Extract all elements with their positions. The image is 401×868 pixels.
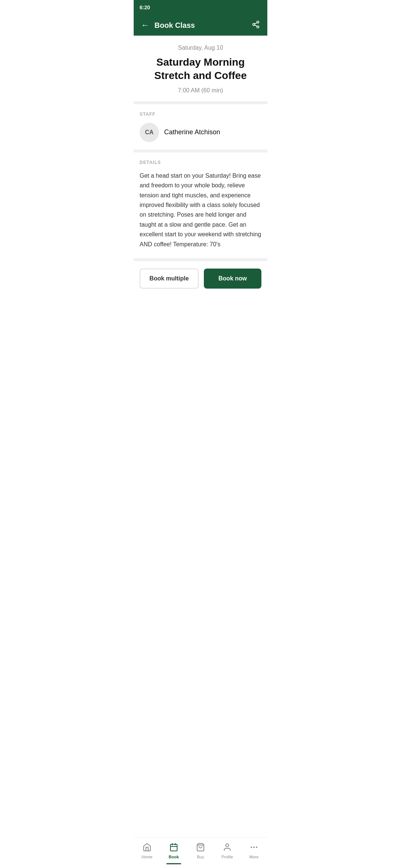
nav-label-buy: Buy <box>197 855 204 859</box>
header-left: ← Book Class <box>140 20 195 31</box>
class-title: Saturday Morning Stretch and Coffee <box>140 56 261 83</box>
staff-section: STAFF CA Catherine Atchison <box>134 104 267 152</box>
svg-point-12 <box>254 847 254 848</box>
nav-item-buy[interactable]: Buy <box>189 841 212 861</box>
svg-line-3 <box>255 25 257 26</box>
header: ← Book Class <box>134 15 267 36</box>
details-section-label: DETAILS <box>140 160 261 165</box>
details-section: DETAILS Get a head start on your Saturda… <box>134 152 267 261</box>
nav-active-indicator <box>166 863 181 864</box>
status-time: 6:20 <box>140 4 150 10</box>
book-now-button[interactable]: Book now <box>204 269 261 289</box>
buy-icon <box>196 843 205 853</box>
class-time: 7:00 AM (60 min) <box>140 87 261 94</box>
svg-point-10 <box>226 844 229 847</box>
status-bar: 6:20 <box>134 0 267 15</box>
svg-line-4 <box>255 22 257 24</box>
nav-label-profile: Profile <box>221 855 233 859</box>
nav-label-book: Book <box>169 855 179 859</box>
header-title: Book Class <box>154 21 195 30</box>
page-content: Saturday, Aug 10 Saturday Morning Stretc… <box>134 36 267 326</box>
nav-item-book[interactable]: Book <box>163 841 185 861</box>
class-info-section: Saturday, Aug 10 Saturday Morning Stretc… <box>134 36 267 104</box>
staff-avatar-initials: CA <box>145 129 153 136</box>
details-text: Get a head start on your Saturday! Bring… <box>140 171 261 249</box>
svg-point-11 <box>251 847 252 848</box>
staff-section-label: STAFF <box>140 112 261 117</box>
book-multiple-button[interactable]: Book multiple <box>140 269 199 289</box>
share-button[interactable] <box>250 19 261 32</box>
nav-item-home[interactable]: Home <box>136 841 158 861</box>
class-date: Saturday, Aug 10 <box>140 45 261 51</box>
book-icon <box>169 843 178 853</box>
more-icon <box>250 843 258 853</box>
nav-item-profile[interactable]: Profile <box>216 841 238 861</box>
buttons-section: Book multiple Book now <box>134 261 267 296</box>
nav-label-home: Home <box>141 855 152 859</box>
svg-rect-5 <box>170 844 177 851</box>
staff-row: CA Catherine Atchison <box>140 123 261 142</box>
staff-avatar: CA <box>140 123 159 142</box>
back-button[interactable]: ← <box>140 20 151 31</box>
svg-point-13 <box>256 847 257 848</box>
nav-label-more: More <box>249 855 258 859</box>
share-icon <box>252 20 260 29</box>
bottom-navigation: Home Book Buy <box>134 837 267 868</box>
profile-icon <box>223 843 232 853</box>
home-icon <box>143 843 151 853</box>
staff-name: Catherine Atchison <box>164 128 220 136</box>
nav-item-more[interactable]: More <box>243 841 265 861</box>
